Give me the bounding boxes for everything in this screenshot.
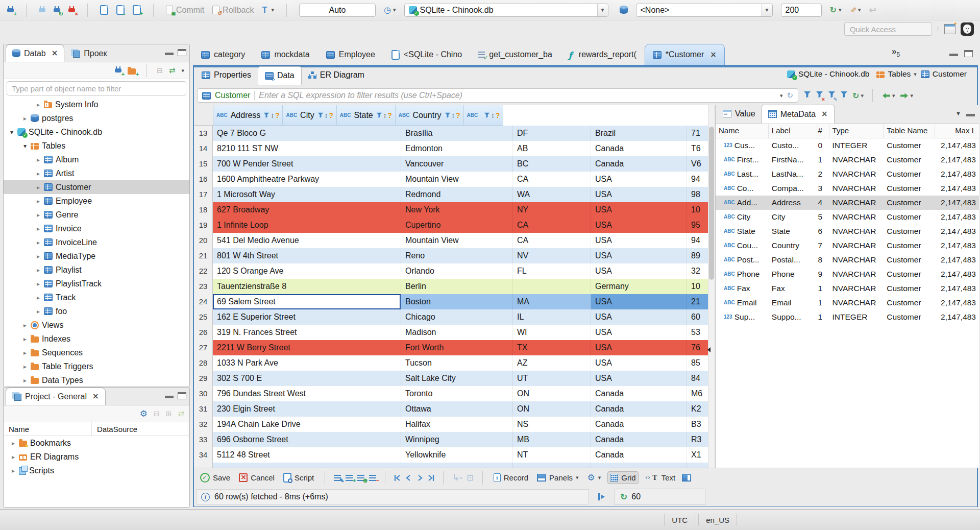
view-tab[interactable]: ER Diagram <box>302 66 371 84</box>
project-item[interactable]: ▸ Bookmarks <box>4 436 189 450</box>
close-icon[interactable]: × <box>52 50 58 57</box>
tree-item[interactable]: ▸ Data Types <box>4 373 189 387</box>
tree-item[interactable]: ▸ System Info <box>4 98 189 111</box>
metadata-row[interactable]: ABCCity City 5 NVARCHAR Customer 2,147,4… <box>716 210 979 224</box>
cell-city[interactable]: Fort Worth <box>401 340 513 355</box>
cell-country[interactable]: Canada <box>591 401 687 417</box>
cell-postal[interactable]: 60 <box>687 309 708 325</box>
commit-mode-select[interactable]: Auto <box>299 4 376 17</box>
breadcrumb-item[interactable]: SQLite - Chinook.db <box>787 69 873 79</box>
cell-address[interactable]: Tauentzienstraße 8 <box>213 279 401 294</box>
cell-state[interactable]: WA <box>513 187 591 202</box>
open-perspective-icon[interactable] <box>944 24 955 34</box>
metadata-row[interactable]: ABCPost... Postal... 8 NVARCHAR Customer… <box>716 253 979 267</box>
cell-postal[interactable]: 10 <box>687 202 708 218</box>
cell-city[interactable]: Edmonton <box>401 141 513 156</box>
cell-city[interactable]: Ottawa <box>401 401 513 417</box>
maximize-icon[interactable] <box>178 49 186 56</box>
cell-city[interactable]: Boston <box>401 294 513 309</box>
scrollbar-thumb[interactable] <box>709 127 714 280</box>
link-with-editor-icon[interactable]: ⇄ <box>178 409 184 418</box>
column-header-datasource[interactable]: DataSource <box>92 422 187 436</box>
sql-filter-input[interactable]: Customer Enter a SQL expression to filte… <box>197 88 798 103</box>
refresh-result-button[interactable]: ↻ ▾ <box>852 91 864 101</box>
row-number[interactable]: 14 <box>194 141 213 156</box>
cell-state[interactable]: DF <box>513 126 591 141</box>
cell-postal[interactable]: 85 <box>687 355 708 371</box>
cell-city[interactable]: Vancouver <box>401 156 513 172</box>
cell-state[interactable]: ON <box>513 386 591 401</box>
tree-item[interactable]: ▸ Playlist <box>4 263 189 277</box>
save-filter-icon[interactable] <box>840 91 848 100</box>
column-filter-widget[interactable]: ↕ ? <box>445 111 460 119</box>
row-number[interactable]: 21 <box>194 248 213 263</box>
cell-state[interactable]: IL <box>513 309 591 325</box>
tree-item[interactable]: ▸ InvoiceLine <box>4 235 189 249</box>
cell-city[interactable]: Mountain View <box>401 233 513 248</box>
cell-address[interactable]: Qe 7 Bloco G <box>213 126 401 141</box>
grid-row[interactable]: 30 796 Dundas Street West Toronto ON Can… <box>194 386 708 401</box>
grid-row[interactable]: 28 1033 N Park Ave Tucson AZ USA 85 <box>194 355 708 371</box>
cell-address[interactable]: 1 Microsoft Way <box>213 187 401 202</box>
column-filter-widget[interactable]: ↕ ? <box>317 111 333 119</box>
cell-country[interactable]: Canada <box>591 417 687 432</box>
panels-button[interactable]: Panels ▾ <box>535 472 580 484</box>
col-ordinal[interactable]: # <box>817 124 829 138</box>
cell-state[interactable]: MA <box>513 294 591 309</box>
new-connection-icon[interactable]: + <box>115 66 121 75</box>
row-number[interactable]: 34 <box>194 447 213 463</box>
expand-all-icon[interactable]: ⊞ <box>166 409 172 418</box>
cell-postal[interactable]: B3 <box>687 417 708 432</box>
cell-country[interactable]: USA <box>591 202 687 218</box>
duplicate-row-icon[interactable]: ⊕ <box>357 475 364 481</box>
grid-vertical-scrollbar[interactable] <box>708 105 715 468</box>
expand-arrow-icon[interactable]: ▸ <box>37 267 44 274</box>
sql-editor-icon[interactable] <box>100 5 108 15</box>
grid-row[interactable]: 24 69 Salem Street Boston MA USA 21 <box>194 294 708 309</box>
view-tab[interactable]: Properties <box>195 66 258 84</box>
cell-country[interactable]: USA <box>591 187 687 202</box>
last-row-icon[interactable] <box>428 474 434 481</box>
row-number[interactable]: 24 <box>194 294 213 309</box>
disconnect-icon[interactable]: × <box>68 6 75 14</box>
cell-country[interactable]: USA <box>591 248 687 263</box>
cell-country[interactable]: Germany <box>591 279 687 294</box>
gear-icon[interactable]: ⚙ <box>140 409 148 418</box>
row-number[interactable]: 29 <box>194 371 213 386</box>
script-button[interactable]: Script <box>281 471 316 484</box>
cell-city[interactable]: Halifax <box>401 417 513 432</box>
minimize-icon[interactable] <box>966 114 975 116</box>
collapse-all-icon[interactable]: ⊟ <box>154 409 160 418</box>
column-filter-widget[interactable]: ↕ ? <box>263 111 279 119</box>
editor-tab[interactable]: get_customer_ba × <box>470 44 560 65</box>
tree-item[interactable]: ▸ Customer <box>4 180 189 194</box>
cell-postal[interactable]: 84 <box>687 371 708 386</box>
cell-country[interactable]: USA <box>591 371 687 386</box>
cell-city[interactable]: Reno <box>401 248 513 263</box>
tree-item[interactable]: ▸ foo <box>4 304 189 318</box>
cell-postal[interactable]: X1 <box>687 447 708 463</box>
expand-arrow-icon[interactable]: ▸ <box>23 363 31 370</box>
grid-column-header[interactable]: ABC ↕ ? <box>464 105 504 126</box>
cell-city[interactable]: Berlin <box>401 279 513 294</box>
row-number[interactable]: 13 <box>194 126 213 141</box>
remove-filter-icon[interactable]: × <box>816 91 823 100</box>
breadcrumb-item[interactable]: Customer <box>921 69 970 79</box>
breadcrumb-item[interactable]: Tables ▾ <box>876 69 916 79</box>
row-number[interactable]: 15 <box>194 156 213 172</box>
expand-arrow-icon[interactable]: ▸ <box>23 335 31 343</box>
cell-city[interactable]: Winnipeg <box>401 432 513 447</box>
row-number[interactable]: 19 <box>194 218 213 233</box>
settings-button[interactable]: ⚙ ▾ <box>585 472 603 484</box>
cell-country[interactable]: Brazil <box>591 126 687 141</box>
grid-row[interactable]: 23 Tauentzienstraße 8 Berlin Germany 10 <box>194 279 708 294</box>
connect-icon[interactable] <box>39 6 45 14</box>
metadata-row[interactable]: ABCCo... Compa... 3 NVARCHAR Customer 2,… <box>716 181 979 196</box>
cell-postal[interactable]: 10 <box>687 279 708 294</box>
cell-state[interactable]: CA <box>513 218 591 233</box>
expand-arrow-icon[interactable]: ▸ <box>23 349 31 356</box>
connection-dropdown-arrow[interactable]: ▼ <box>597 4 608 16</box>
format-button[interactable]: ✎ ▾ <box>849 6 861 14</box>
expand-arrow-icon[interactable]: ▸ <box>23 322 31 329</box>
close-icon[interactable]: × <box>710 51 717 59</box>
